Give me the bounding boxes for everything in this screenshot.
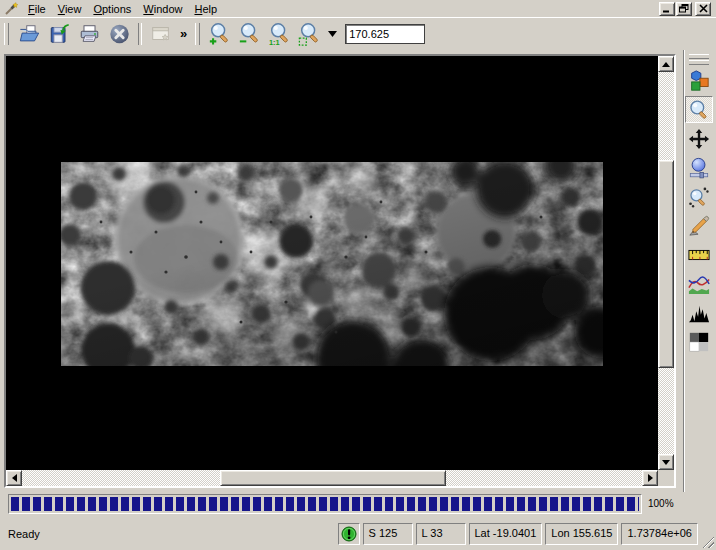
find-tool-button[interactable] bbox=[685, 183, 713, 210]
zoom-in-button[interactable] bbox=[206, 21, 234, 47]
histogram-icon bbox=[688, 302, 710, 324]
window-controls bbox=[658, 2, 711, 16]
zoom-in-icon bbox=[207, 22, 233, 46]
zoom-out-icon bbox=[237, 22, 263, 46]
cube-image[interactable] bbox=[61, 162, 603, 366]
brush-icon bbox=[3, 2, 19, 16]
close-icon bbox=[699, 4, 708, 13]
menu-options[interactable]: Options bbox=[87, 2, 137, 16]
image-canvas[interactable] bbox=[6, 56, 658, 470]
status-sample-panel: S 125 bbox=[363, 523, 413, 545]
menu-help[interactable]: Help bbox=[188, 2, 223, 16]
band-selection-tool-button[interactable] bbox=[685, 67, 713, 94]
image-viewer-window: File View Options Window Help bbox=[0, 0, 716, 550]
toolbar-separator bbox=[138, 23, 142, 45]
main-toolbar: » 1:1 bbox=[0, 17, 716, 49]
status-message-panel[interactable] bbox=[338, 523, 360, 545]
status-line-panel: L 33 bbox=[416, 523, 466, 545]
zoom-toolbar-grip[interactable] bbox=[193, 23, 202, 45]
edit-tool-button[interactable] bbox=[685, 212, 713, 239]
ruler-icon bbox=[688, 244, 710, 266]
zoom-fit-icon bbox=[297, 22, 323, 46]
svg-text:1:1: 1:1 bbox=[269, 38, 280, 46]
magnifier-dots-icon bbox=[688, 186, 710, 208]
toolbar-overflow-chevron[interactable]: » bbox=[176, 26, 191, 41]
menu-view[interactable]: View bbox=[52, 2, 88, 16]
open-button[interactable] bbox=[15, 21, 43, 47]
scroll-left-button[interactable] bbox=[6, 470, 22, 486]
zoom-out-button[interactable] bbox=[236, 21, 264, 47]
progress-blocks bbox=[11, 497, 639, 511]
new-window-button-disabled bbox=[147, 21, 175, 47]
chevron-down-icon bbox=[328, 31, 337, 37]
status-pixel-value-panel: 1.73784e+06 bbox=[621, 523, 698, 545]
status-latitude-panel: Lat -19.0401 bbox=[469, 523, 543, 545]
progress-bar bbox=[8, 494, 642, 514]
restore-icon bbox=[679, 4, 689, 13]
toolbar-grip[interactable] bbox=[2, 23, 11, 45]
four-way-arrow-icon bbox=[688, 128, 710, 150]
plot-tool-button[interactable] bbox=[685, 270, 713, 297]
zoom-dropdown-arrow[interactable] bbox=[325, 21, 339, 47]
menu-window[interactable]: Window bbox=[137, 2, 188, 16]
magnifier-icon bbox=[688, 99, 710, 121]
measure-tool-button[interactable] bbox=[685, 241, 713, 268]
vertical-scroll-thumb[interactable] bbox=[658, 160, 674, 368]
zoom-1-to-1-icon: 1:1 bbox=[267, 22, 293, 46]
restore-button[interactable] bbox=[676, 2, 692, 16]
arrow-right-icon bbox=[648, 474, 653, 482]
sidebar-grip[interactable] bbox=[689, 60, 709, 65]
tool-sidebar bbox=[684, 50, 714, 516]
zoom-tool-button[interactable] bbox=[685, 96, 713, 123]
curves-icon bbox=[688, 273, 710, 295]
close-button[interactable] bbox=[695, 2, 711, 16]
image-viewport bbox=[4, 54, 676, 488]
save-button[interactable] bbox=[45, 21, 73, 47]
pan-tool-button[interactable] bbox=[685, 125, 713, 152]
minimize-button[interactable] bbox=[659, 2, 675, 16]
resize-grip[interactable] bbox=[701, 535, 714, 548]
open-folder-icon bbox=[18, 23, 41, 45]
vertical-scrollbar[interactable] bbox=[658, 56, 674, 470]
close-file-button[interactable] bbox=[105, 21, 133, 47]
status-ready-text: Ready bbox=[8, 528, 40, 540]
horizontal-scrollbar[interactable] bbox=[6, 470, 658, 486]
sphere-slider-icon bbox=[688, 157, 710, 179]
scrollbar-corner bbox=[658, 470, 674, 486]
close-circle-icon bbox=[108, 23, 131, 45]
sidebar-grip[interactable] bbox=[689, 54, 709, 59]
pencil-icon bbox=[688, 215, 710, 237]
histogram-tool-button[interactable] bbox=[685, 299, 713, 326]
checkerboard-icon bbox=[688, 331, 710, 353]
horizontal-scroll-thumb[interactable] bbox=[220, 470, 446, 486]
arrow-down-icon bbox=[662, 460, 670, 465]
progress-row: 100% bbox=[0, 492, 716, 518]
zoom-actual-size-button[interactable]: 1:1 bbox=[266, 21, 294, 47]
status-longitude-panel: Lon 155.615 bbox=[545, 523, 618, 545]
printer-icon bbox=[78, 23, 101, 45]
arrow-up-icon bbox=[662, 62, 670, 67]
window-icon bbox=[149, 23, 173, 45]
stretch-tool-button[interactable] bbox=[685, 154, 713, 181]
minimize-icon bbox=[662, 4, 672, 13]
status-panels: S 125 L 33 Lat -19.0401 Lon 155.615 1.73… bbox=[338, 523, 699, 545]
scroll-down-button[interactable] bbox=[658, 454, 674, 470]
menu-file[interactable]: File bbox=[22, 2, 52, 16]
scroll-up-button[interactable] bbox=[658, 56, 674, 72]
zoom-value-input[interactable] bbox=[345, 24, 425, 44]
save-floppy-icon bbox=[48, 23, 71, 45]
menu-bar: File View Options Window Help bbox=[0, 0, 716, 18]
arrow-left-icon bbox=[12, 474, 17, 482]
progress-percent-label: 100% bbox=[648, 498, 674, 509]
workspace bbox=[0, 48, 716, 492]
colored-shapes-icon bbox=[688, 70, 710, 92]
zoom-fit-button[interactable] bbox=[296, 21, 324, 47]
print-button[interactable] bbox=[75, 21, 103, 47]
green-exclamation-icon bbox=[341, 526, 357, 542]
stats-tool-button[interactable] bbox=[685, 328, 713, 355]
scroll-right-button[interactable] bbox=[642, 470, 658, 486]
status-bar: Ready S 125 L 33 Lat -19.0401 Lon 155.61… bbox=[0, 518, 716, 550]
